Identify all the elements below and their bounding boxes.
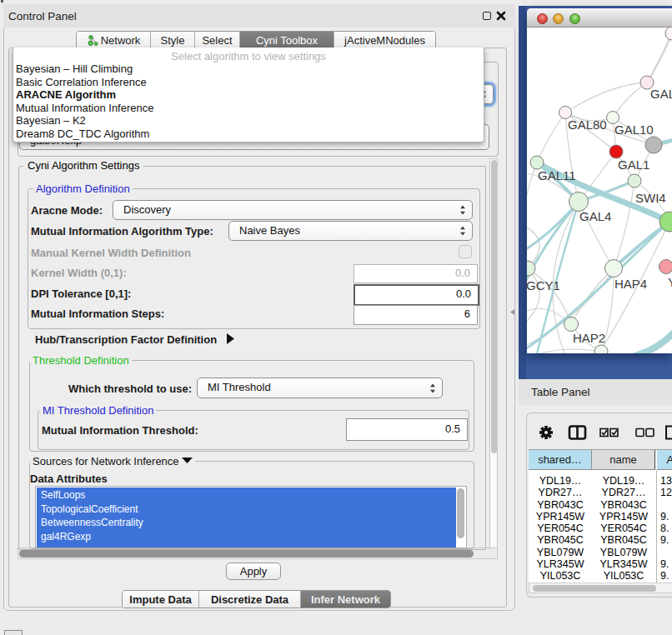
svg-text:HAP2: HAP2 [573,331,605,345]
svg-text:HAP4: HAP4 [614,277,647,291]
svg-text:GAL80: GAL80 [568,118,607,132]
svg-text:GAL1: GAL1 [618,158,649,172]
svg-text:SWI4: SWI4 [635,191,666,205]
svg-text:GAL10: GAL10 [614,122,654,137]
svg-text:GAL4: GAL4 [579,209,611,223]
svg-text:GAL11: GAL11 [538,168,576,182]
svg-text:GCY1: GCY1 [527,278,560,292]
svg-text:Y: Y [668,275,672,289]
svg-text:GAL: GAL [650,87,672,101]
